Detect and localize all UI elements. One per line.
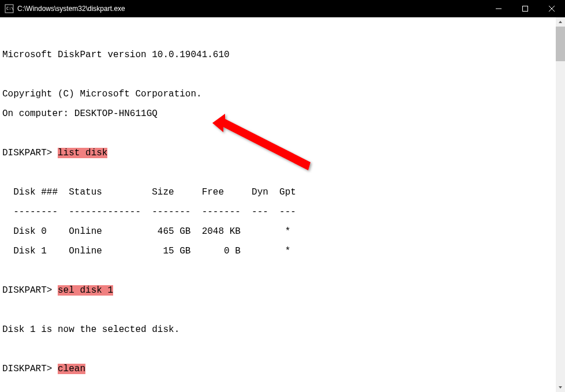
cmd-clean: clean (58, 364, 85, 374)
terminal-area[interactable]: Microsoft DiskPart version 10.0.19041.61… (0, 17, 565, 392)
prompt-line: DISKPART> clean (2, 364, 563, 374)
svg-marker-8 (559, 386, 562, 389)
disk-table-header: Disk ### Status Size Free Dyn Gpt (2, 188, 563, 197)
scroll-up-button[interactable] (556, 17, 565, 27)
version-line: Microsoft DiskPart version 10.0.19041.61… (2, 50, 563, 60)
scrollbar-thumb[interactable] (556, 27, 565, 61)
window-controls (485, 0, 565, 17)
minimize-button[interactable] (485, 0, 512, 17)
app-icon: C:\ (5, 4, 14, 13)
svg-marker-7 (559, 21, 562, 23)
computer-line: On computer: DESKTOP-HN611GQ (2, 109, 563, 119)
prompt-line: DISKPART> list disk (2, 148, 563, 158)
disk-row-0: Disk 0 Online 465 GB 2048 KB * (2, 227, 563, 237)
svg-text:C:\: C:\ (6, 6, 14, 11)
titlebar: C:\ C:\Windows\system32\diskpart.exe (0, 0, 565, 17)
cmd-sel-disk: sel disk 1 (58, 285, 113, 296)
maximize-button[interactable] (512, 0, 538, 17)
terminal-output: Microsoft DiskPart version 10.0.19041.61… (0, 17, 565, 392)
scrollbar[interactable] (556, 17, 565, 392)
console-window: C:\ C:\Windows\system32\diskpart.exe Mic… (0, 0, 565, 392)
close-button[interactable] (538, 0, 565, 17)
out-selected: Disk 1 is now the selected disk. (2, 325, 563, 335)
cmd-list-disk: list disk (58, 148, 107, 158)
window-title: C:\Windows\system32\diskpart.exe (17, 5, 485, 13)
svg-rect-3 (523, 6, 528, 12)
scroll-down-button[interactable] (556, 383, 565, 392)
prompt-line: DISKPART> sel disk 1 (2, 286, 563, 296)
copyright-line: Copyright (C) Microsoft Corporation. (2, 89, 563, 99)
disk-row-1: Disk 1 Online 15 GB 0 B * (2, 247, 563, 256)
disk-table-sep: -------- ------------- ------- ------- -… (2, 207, 563, 217)
